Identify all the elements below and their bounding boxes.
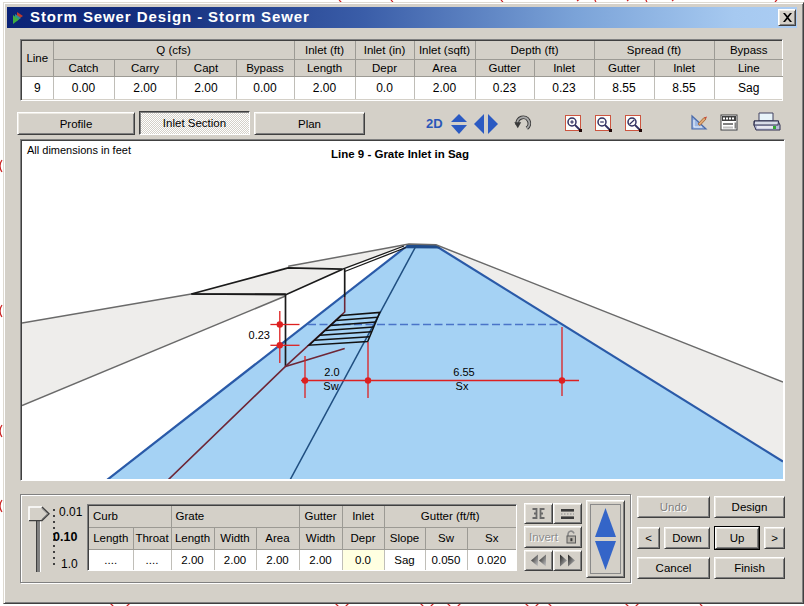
svg-text:Line 9 - Grate Inlet in Sag: Line 9 - Grate Inlet in Sag [331,148,469,160]
svg-text:All dimensions in feet: All dimensions in feet [27,144,131,156]
svg-text:0.23: 0.23 [249,329,270,341]
svg-text:Sx: Sx [456,380,469,392]
svg-text:Sw: Sw [323,380,338,392]
svg-text:6.55: 6.55 [453,366,474,378]
svg-text:2.0: 2.0 [324,366,339,378]
